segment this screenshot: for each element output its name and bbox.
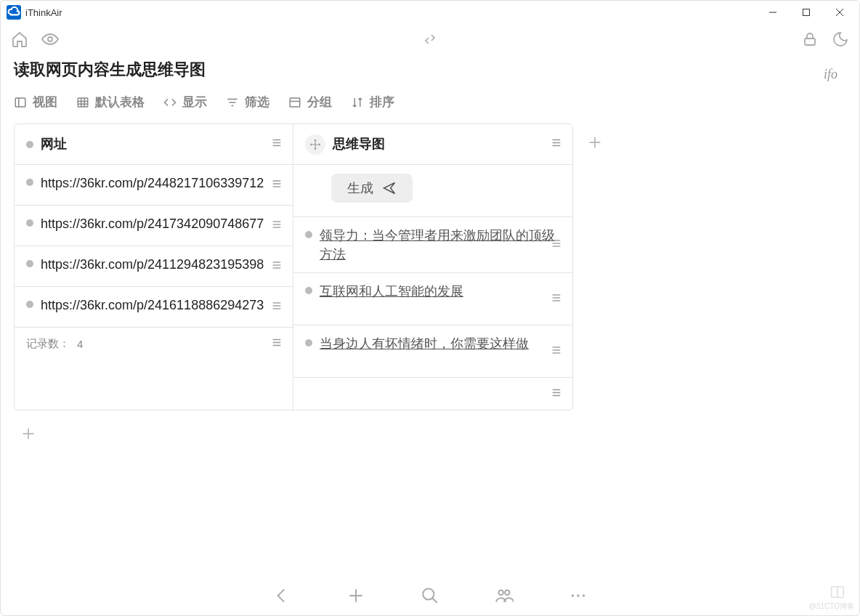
bullet-icon [305, 287, 312, 294]
cell-url: https://36kr.com/p/2411294823195398 [41, 255, 281, 274]
row-menu-icon[interactable] [271, 259, 283, 274]
add-icon[interactable] [345, 585, 367, 607]
generate-button[interactable]: 生成 [331, 174, 413, 203]
svg-point-60 [505, 590, 510, 595]
cell-mindmap-link[interactable]: 领导力：当今管理者用来激励团队的顶级方法 [320, 226, 561, 264]
tab-group-label: 分组 [307, 94, 332, 110]
svg-point-59 [498, 590, 503, 595]
data-grid: 网址 https://36kr.com/p/2448217106339712 h… [14, 123, 573, 410]
tab-view-label: 视图 [33, 94, 57, 110]
tab-sort-label: 排序 [370, 94, 394, 110]
app-title: iThinkAir [25, 7, 62, 18]
bottom-bar [1, 576, 859, 615]
window-titlebar: iThinkAir [1, 1, 859, 24]
main-toolbar [1, 24, 859, 54]
svg-point-4 [48, 37, 52, 41]
svg-point-57 [423, 588, 434, 599]
bullet-icon [305, 339, 312, 346]
records-label: 记录数： [26, 337, 70, 351]
svg-point-63 [583, 594, 585, 596]
lock-icon[interactable] [800, 29, 820, 49]
records-footer-2 [293, 378, 572, 410]
table-row[interactable]: https://36kr.com/p/2448217106339712 [15, 165, 293, 206]
back-icon[interactable] [271, 585, 293, 607]
add-row-button[interactable] [14, 419, 43, 448]
bullet-icon [26, 141, 33, 148]
tab-sort[interactable]: 排序 [351, 94, 394, 110]
theme-moon-icon[interactable] [830, 29, 851, 49]
table-row[interactable]: https://36kr.com/p/2411294823195398 [15, 246, 293, 287]
info-tag[interactable]: ifo [824, 67, 837, 82]
table-row[interactable]: 领导力：当今管理者用来激励团队的顶级方法 [293, 217, 572, 273]
tab-display-label: 显示 [182, 94, 207, 110]
add-column-button[interactable] [580, 128, 609, 157]
svg-rect-6 [15, 98, 25, 107]
svg-rect-1 [803, 9, 810, 16]
records-count: 4 [77, 338, 83, 350]
tab-group[interactable]: 分组 [288, 94, 332, 110]
cell-url: https://36kr.com/p/2417342090748677 [41, 214, 281, 233]
generate-button-label: 生成 [347, 179, 373, 197]
column-menu-icon[interactable] [551, 137, 562, 152]
records-footer: 记录数： 4 [15, 328, 293, 360]
column-url: 网址 https://36kr.com/p/2448217106339712 h… [15, 124, 293, 410]
window-maximize-button[interactable] [790, 1, 823, 24]
column-menu-icon[interactable] [271, 137, 283, 152]
people-icon[interactable] [493, 585, 515, 607]
svg-rect-5 [805, 38, 815, 45]
table-row[interactable]: 互联网和人工智能的发展 [293, 273, 572, 325]
table-row[interactable]: https://36kr.com/p/2416118886294273 [15, 287, 293, 328]
footer-menu-icon[interactable] [551, 387, 562, 401]
svg-point-62 [577, 594, 579, 596]
home-icon[interactable] [9, 29, 30, 49]
svg-line-58 [432, 598, 437, 603]
svg-point-61 [572, 594, 574, 596]
sync-icon[interactable] [420, 29, 440, 49]
view-tabs: 视图 默认表格 显示 筛选 分组 排序 [14, 94, 846, 110]
more-icon[interactable] [567, 585, 589, 607]
row-menu-icon[interactable] [271, 178, 283, 192]
tab-display[interactable]: 显示 [163, 94, 207, 110]
footer-menu-icon[interactable] [271, 337, 283, 351]
app-icon [7, 5, 21, 20]
search-icon[interactable] [419, 585, 441, 607]
cell-mindmap-link[interactable]: 互联网和人工智能的发展 [320, 282, 561, 301]
row-menu-icon[interactable] [551, 344, 562, 359]
row-menu-icon[interactable] [551, 238, 562, 252]
eye-icon[interactable] [40, 29, 60, 49]
svg-rect-8 [78, 98, 88, 107]
tab-default-table-label: 默认表格 [95, 94, 145, 110]
bullet-icon [305, 231, 312, 238]
panel-toggle-icon[interactable] [829, 584, 845, 603]
watermark: @51CTO博客 [809, 601, 854, 612]
bullet-icon [26, 260, 33, 267]
table-row[interactable]: 当身边人有坏情绪时，你需要这样做 [293, 325, 572, 378]
send-icon [382, 181, 397, 195]
column-mindmap-header-label: 思维导图 [333, 134, 561, 153]
tab-filter-label: 筛选 [245, 94, 269, 110]
window-close-button[interactable] [823, 1, 856, 24]
bullet-icon [26, 219, 33, 227]
row-menu-icon[interactable] [271, 219, 283, 233]
row-menu-icon[interactable] [271, 300, 283, 315]
column-mindmap: 思维导图 生成 领导力：当今管理者用来激励团队的顶级方法 互联网和人工 [293, 124, 572, 410]
column-url-header[interactable]: 网址 [15, 124, 293, 165]
table-row[interactable]: https://36kr.com/p/2417342090748677 [15, 206, 293, 246]
cell-url: https://36kr.com/p/2416118886294273 [41, 296, 281, 315]
bullet-icon [26, 179, 33, 186]
tab-default-table[interactable]: 默认表格 [76, 94, 145, 110]
bullet-icon [26, 301, 33, 308]
column-mindmap-header[interactable]: 思维导图 [293, 124, 572, 165]
move-icon[interactable] [305, 134, 325, 155]
cell-mindmap-link[interactable]: 当身边人有坏情绪时，你需要这样做 [320, 334, 561, 353]
column-url-header-label: 网址 [41, 134, 281, 153]
tab-filter[interactable]: 筛选 [226, 94, 269, 110]
svg-rect-16 [290, 98, 300, 107]
cell-url: https://36kr.com/p/2448217106339712 [41, 174, 281, 192]
table-row[interactable]: 生成 [293, 165, 572, 217]
page-title: 读取网页内容生成思维导图 [14, 59, 206, 81]
content-area: 读取网页内容生成思维导图 ifo 视图 默认表格 显示 筛选 分组 排序 [1, 54, 859, 576]
tab-view[interactable]: 视图 [14, 94, 57, 110]
window-minimize-button[interactable] [756, 1, 790, 24]
row-menu-icon[interactable] [551, 292, 562, 307]
